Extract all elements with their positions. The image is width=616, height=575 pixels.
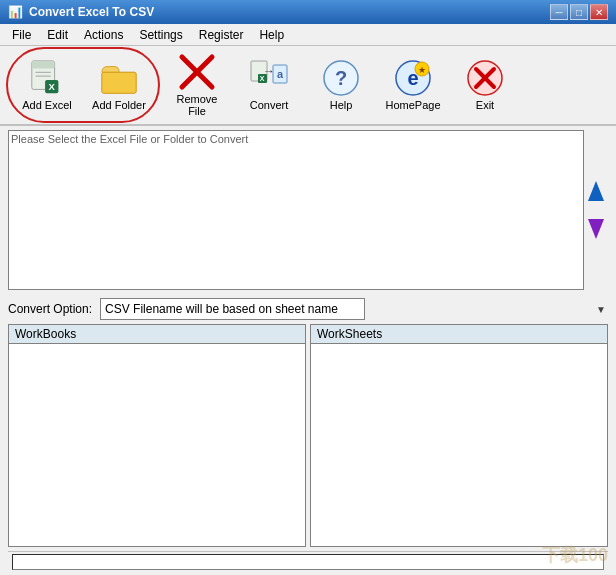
menu-register[interactable]: Register [191,26,252,44]
add-excel-button[interactable]: X Add Excel [12,51,82,119]
remove-icon [178,53,216,91]
convert-option-label: Convert Option: [8,302,92,316]
worksheets-panel-header: WorkSheets [311,325,607,344]
title-bar: 📊 Convert Excel To CSV ─ □ ✕ [0,0,616,24]
select-dropdown-icon: ▼ [596,304,606,315]
folder-icon [100,59,138,97]
svg-rect-1 [32,61,55,69]
worksheets-panel: WorkSheets [310,324,608,547]
homepage-icon: e ★ [394,59,432,97]
remove-file-button[interactable]: Remove File [162,51,232,119]
convert-option-select-wrapper: CSV Filename will be based on sheet name… [100,298,608,320]
file-list-placeholder: Please Select the Excel File or Folder t… [11,133,248,145]
help-button[interactable]: ? Help [306,51,376,119]
menu-file[interactable]: File [4,26,39,44]
main-content: Please Select the Excel File or Folder t… [0,126,616,575]
file-list-section: Please Select the Excel File or Folder t… [8,130,608,290]
minimize-button[interactable]: ─ [550,4,568,20]
help-icon: ? [322,59,360,97]
title-bar-left: 📊 Convert Excel To CSV [8,5,154,19]
excel-icon: X [28,59,66,97]
homepage-button[interactable]: e ★ HomePage [378,51,448,119]
title-icon: 📊 [8,5,23,19]
svg-rect-7 [102,72,136,93]
move-down-button[interactable] [586,214,606,242]
svg-marker-25 [588,181,604,201]
svg-marker-26 [588,219,604,239]
close-button[interactable]: ✕ [590,4,608,20]
menu-edit[interactable]: Edit [39,26,76,44]
exit-button[interactable]: Exit [450,51,520,119]
workbooks-panel-header: WorkBooks [9,325,305,344]
svg-text:?: ? [335,67,347,89]
svg-text:a: a [277,68,284,80]
workbooks-panel: WorkBooks [8,324,306,547]
status-field [12,554,604,570]
convert-button[interactable]: X → a Convert [234,51,304,119]
help-label: Help [330,99,353,111]
exit-icon [466,59,504,97]
svg-text:X: X [49,81,56,92]
menu-help[interactable]: Help [251,26,292,44]
side-arrows [584,130,608,290]
file-list: Please Select the Excel File or Folder t… [8,130,584,290]
menu-actions[interactable]: Actions [76,26,131,44]
svg-text:★: ★ [418,65,426,75]
maximize-button[interactable]: □ [570,4,588,20]
convert-option-select[interactable]: CSV Filename will be based on sheet name… [100,298,365,320]
title-bar-controls: ─ □ ✕ [550,4,608,20]
exit-label: Exit [476,99,494,111]
toolbar-highlight: X Add Excel Add Folder [6,47,160,123]
convert-label: Convert [250,99,289,111]
add-folder-button[interactable]: Add Folder [84,51,154,119]
add-folder-label: Add Folder [92,99,146,111]
workbooks-panel-body[interactable] [9,344,305,546]
convert-option-row: Convert Option: CSV Filename will be bas… [8,298,608,320]
status-bar [8,551,608,571]
window-title: Convert Excel To CSV [29,5,154,19]
remove-file-label: Remove File [167,93,227,117]
menu-bar: File Edit Actions Settings Register Help [0,24,616,46]
bottom-panels: WorkBooks WorkSheets [8,324,608,547]
menu-settings[interactable]: Settings [131,26,190,44]
toolbar: X Add Excel Add Folder Remove File [0,46,616,126]
homepage-label: HomePage [385,99,440,111]
add-excel-label: Add Excel [22,99,72,111]
convert-icon: X → a [250,59,288,97]
worksheets-panel-body[interactable] [311,344,607,546]
move-up-button[interactable] [586,178,606,206]
